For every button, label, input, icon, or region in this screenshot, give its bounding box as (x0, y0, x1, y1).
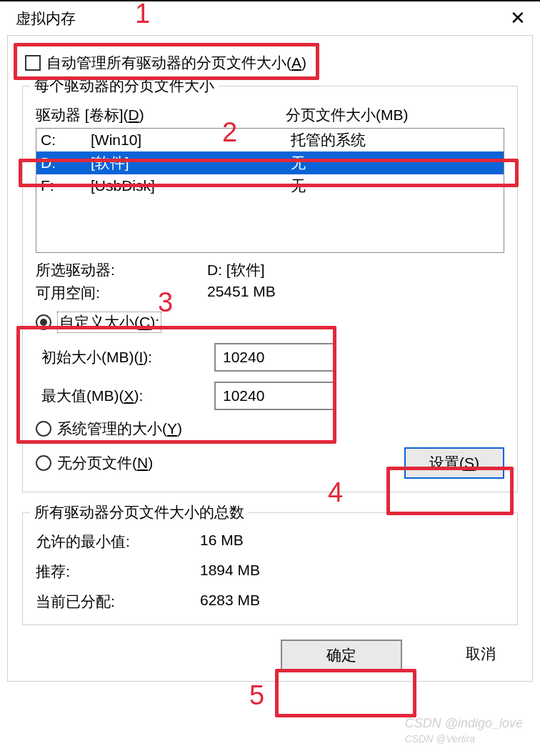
recommended-value: 1894 MB (200, 562, 504, 582)
max-size-input[interactable] (214, 382, 336, 410)
initial-size-input[interactable] (214, 343, 336, 372)
per-drive-group-title: 每个驱动器的分页文件大小 (30, 76, 219, 96)
radio-custom-row[interactable]: 自定义大小(C): (36, 312, 504, 333)
radio-system-row[interactable]: 系统管理的大小(Y) (36, 419, 504, 439)
free-space-label: 可用空间: (36, 283, 207, 303)
ok-button[interactable]: 确定 (281, 640, 402, 671)
set-button[interactable]: 设置(S) (404, 447, 504, 479)
close-icon[interactable]: ✕ (506, 7, 530, 29)
drive-header-right: 分页文件大小(MB) (286, 105, 504, 125)
free-space-value: 25451 MB (207, 283, 504, 303)
watermark: CSDN @indigo_love CSDN @Vertira (405, 716, 523, 746)
radio-none[interactable] (36, 455, 51, 471)
per-drive-groupbox: 每个驱动器的分页文件大小 驱动器 [卷标](D) 分页文件大小(MB) C: [… (22, 86, 518, 492)
recommended-label: 推荐: (36, 562, 200, 582)
current-alloc-value: 6283 MB (200, 592, 504, 612)
min-allowed-label: 允许的最小值: (36, 532, 200, 552)
window-title: 虚拟内存 (16, 9, 76, 29)
auto-manage-checkbox[interactable] (25, 55, 41, 71)
initial-size-label: 初始大小(MB)(I): (36, 347, 214, 367)
annotation-5: 5 (249, 680, 264, 711)
selected-drive-value: D: [软件] (207, 260, 504, 280)
current-alloc-label: 当前已分配: (36, 592, 200, 612)
radio-system[interactable] (36, 421, 51, 437)
radio-none-row[interactable]: 无分页文件(N) (36, 453, 153, 473)
drive-row[interactable]: C: [Win10] 托管的系统 (36, 129, 504, 151)
radio-none-label: 无分页文件(N) (57, 453, 153, 473)
radio-custom[interactable] (36, 314, 51, 330)
annotation-box-5 (275, 669, 416, 717)
radio-custom-label: 自定义大小(C): (57, 312, 161, 333)
selected-drive-label: 所选驱动器: (36, 260, 207, 280)
totals-groupbox: 所有驱动器分页文件大小的总数 允许的最小值: 16 MB 推荐: 1894 MB… (22, 512, 518, 625)
drive-list[interactable]: C: [Win10] 托管的系统 D: [软件] 无 F: [UsbDisk] … (36, 128, 504, 253)
min-allowed-value: 16 MB (200, 532, 504, 552)
radio-system-label: 系统管理的大小(Y) (57, 419, 182, 439)
totals-group-title: 所有驱动器分页文件大小的总数 (30, 502, 249, 522)
auto-manage-label: 自动管理所有驱动器的分页文件大小(A) (46, 53, 306, 73)
drive-header-left: 驱动器 [卷标](D) (36, 105, 286, 125)
drive-row-selected[interactable]: D: [软件] 无 (36, 151, 504, 174)
cancel-button[interactable]: 取消 (424, 640, 516, 671)
auto-manage-checkbox-row[interactable]: 自动管理所有驱动器的分页文件大小(A) (22, 49, 518, 77)
drive-row[interactable]: F: [UsbDisk] 无 (36, 174, 504, 197)
max-size-label: 最大值(MB)(X): (36, 386, 214, 406)
